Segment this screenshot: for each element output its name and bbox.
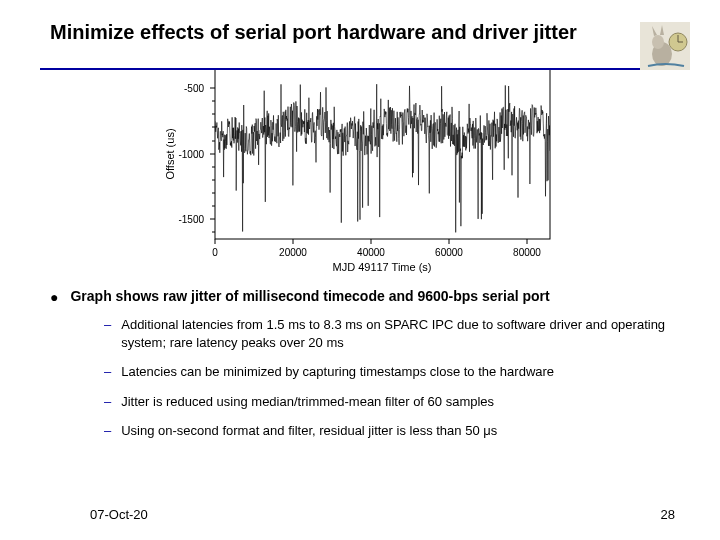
dash-icon: –: [104, 316, 111, 351]
title-underline: [40, 68, 640, 70]
jitter-chart: -500 -1000 -1500 0 20000 40000 60000 800…: [160, 59, 570, 274]
svg-point-2: [652, 35, 664, 49]
sub-bullet: – Additional latencies from 1.5 ms to 8.…: [104, 316, 680, 351]
dash-icon: –: [104, 422, 111, 440]
sub-bullet-text: Using on-second format and filter, resid…: [121, 422, 497, 440]
decorative-rabbit-image: [640, 22, 690, 70]
sub-bullet-text: Jitter is reduced using median/trimmed-m…: [121, 393, 494, 411]
y-axis-label: Offset (us): [164, 128, 176, 179]
chart-series-offset: [215, 84, 550, 232]
main-bullet: ● Graph shows raw jitter of millisecond …: [50, 288, 680, 306]
sub-bullet: – Using on-second format and filter, res…: [104, 422, 680, 440]
x-tick-label: 60000: [435, 247, 463, 258]
y-tick-label: -1500: [178, 214, 204, 225]
x-tick-label: 80000: [513, 247, 541, 258]
x-tick-label: 0: [212, 247, 218, 258]
main-bullet-text: Graph shows raw jitter of millisecond ti…: [70, 288, 549, 306]
sub-bullet: – Latencies can be minimized by capturin…: [104, 363, 680, 381]
x-tick-label: 40000: [357, 247, 385, 258]
y-tick-label: -1000: [178, 149, 204, 160]
footer-page-number: 28: [661, 507, 675, 522]
sub-bullet-text: Additional latencies from 1.5 ms to 8.3 …: [121, 316, 680, 351]
sub-bullet-text: Latencies can be minimized by capturing …: [121, 363, 554, 381]
bullet-dot-icon: ●: [50, 288, 58, 306]
slide-title: Minimize effects of serial port hardware…: [50, 20, 680, 45]
x-tick-label: 20000: [279, 247, 307, 258]
sub-bullet: – Jitter is reduced using median/trimmed…: [104, 393, 680, 411]
footer-date: 07-Oct-20: [90, 507, 148, 522]
x-axis-label: MJD 49117 Time (s): [332, 261, 431, 273]
dash-icon: –: [104, 393, 111, 411]
y-tick-label: -500: [184, 83, 204, 94]
dash-icon: –: [104, 363, 111, 381]
